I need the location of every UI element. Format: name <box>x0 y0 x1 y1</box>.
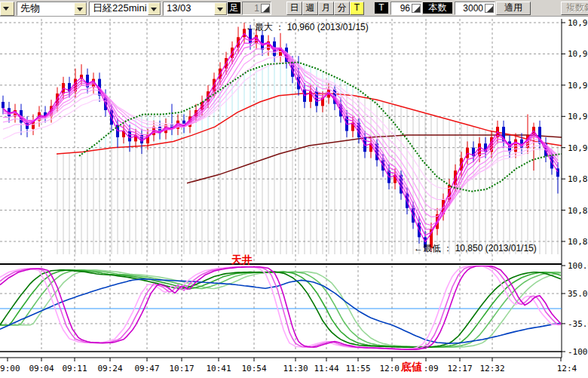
svg-text:11:44: 11:44 <box>314 364 338 373</box>
timeframe-tick-button[interactable]: T <box>350 2 364 15</box>
svg-text:12:17: 12:17 <box>447 364 472 373</box>
chevron-down-icon[interactable] <box>214 2 227 15</box>
svg-text:09:00: 09:00 <box>0 364 20 373</box>
min-price-annotation: ←最低 ： 10,850 (2013/01/15) <box>414 243 537 254</box>
svg-text:10,900: 10,900 <box>568 143 588 153</box>
svg-text:10,915: 10,915 <box>568 112 588 121</box>
chevron-down-glyph <box>217 8 223 11</box>
timeframe-week-button[interactable]: 週 <box>302 2 318 15</box>
apply-button[interactable]: 適用 <box>496 2 531 15</box>
svg-text:100.00: 100.00 <box>568 261 588 271</box>
svg-text:10,870: 10,870 <box>568 206 588 216</box>
svg-text:35.00: 35.00 <box>568 289 588 299</box>
svg-text:-35.00: -35.00 <box>568 319 588 329</box>
ceiling-annotation: 天井 <box>231 254 253 266</box>
chart-area: 10,96010,94510,93010,91510,90010,88510,8… <box>0 17 588 378</box>
timeframe-minute-button[interactable]: 分 <box>334 2 350 15</box>
svg-text:10,960: 10,960 <box>568 18 588 28</box>
chevron-down-icon[interactable] <box>148 2 161 15</box>
svg-text:10,930: 10,930 <box>568 81 588 91</box>
svg-text:10:41: 10:41 <box>206 364 231 373</box>
contract-month-combo-value: 13/03 <box>164 3 215 14</box>
left-combo-arrow-button[interactable] <box>0 2 14 16</box>
svg-text:10:17: 10:17 <box>169 364 194 373</box>
svg-text:10,945: 10,945 <box>568 49 588 59</box>
spinner-icon[interactable] <box>485 4 494 13</box>
svg-text:10:54: 10:54 <box>241 364 266 373</box>
chevron-down-icon[interactable] <box>74 2 87 15</box>
contract-month-combo[interactable]: 13/03 <box>163 2 228 16</box>
chevron-down-glyph <box>77 8 83 11</box>
instrument-combo[interactable]: 日経225mini <box>89 2 161 16</box>
chart-application-window: 先物 日経225mini 13/03 足 1 日 週 月 分 T T 96 本数… <box>0 0 588 378</box>
svg-text:10,855: 10,855 <box>568 237 588 247</box>
svg-text:-100.00: -100.00 <box>568 347 588 357</box>
interval-field[interactable]: 1 <box>242 2 271 15</box>
bar-count-field[interactable]: 3000 <box>455 2 495 15</box>
svg-text:11:55: 11:55 <box>345 364 370 373</box>
floor-annotation: 底値 <box>400 361 422 373</box>
toolbar: 先物 日経225mini 13/03 足 1 日 週 月 分 T T 96 本数… <box>0 0 588 17</box>
svg-text:10,885: 10,885 <box>568 174 588 184</box>
timeframe-day-button[interactable]: 日 <box>286 2 302 15</box>
bar-count-label: 本数 <box>423 2 452 14</box>
chevron-down-glyph <box>151 8 157 11</box>
svg-text:12:32: 12:32 <box>479 364 504 373</box>
svg-text:11:30: 11:30 <box>283 364 308 373</box>
svg-text:09:11: 09:11 <box>62 364 87 373</box>
spinner-icon[interactable] <box>261 4 270 13</box>
ashi-label: 足 <box>228 2 240 14</box>
interval-value: 1 <box>254 3 259 14</box>
max-price-annotation: ←最大 ： 10,960 (2013/01/15) <box>246 22 369 32</box>
instrument-combo-value: 日経225mini <box>90 3 149 14</box>
svg-text:12:4: 12:4 <box>557 364 577 373</box>
timeframe-month-button[interactable]: 月 <box>318 2 334 15</box>
tick-count-field[interactable]: 96 <box>390 2 422 15</box>
bar-count-value: 3000 <box>463 3 483 14</box>
svg-text:09:47: 09:47 <box>134 364 159 373</box>
category-combo[interactable]: 先物 <box>17 2 87 16</box>
price-chart-svg: 10,96010,94510,93010,91510,90010,88510,8… <box>0 17 588 378</box>
category-combo-value: 先物 <box>18 3 75 14</box>
chevron-down-icon <box>3 7 9 11</box>
svg-text:09:24: 09:24 <box>97 364 122 373</box>
tick-count-label: T <box>375 2 388 14</box>
multi-symbol-button: 複数銘柄 <box>561 2 588 15</box>
svg-text:09:04: 09:04 <box>29 364 54 373</box>
tick-count-value: 96 <box>400 3 410 14</box>
spinner-icon[interactable] <box>412 4 421 13</box>
